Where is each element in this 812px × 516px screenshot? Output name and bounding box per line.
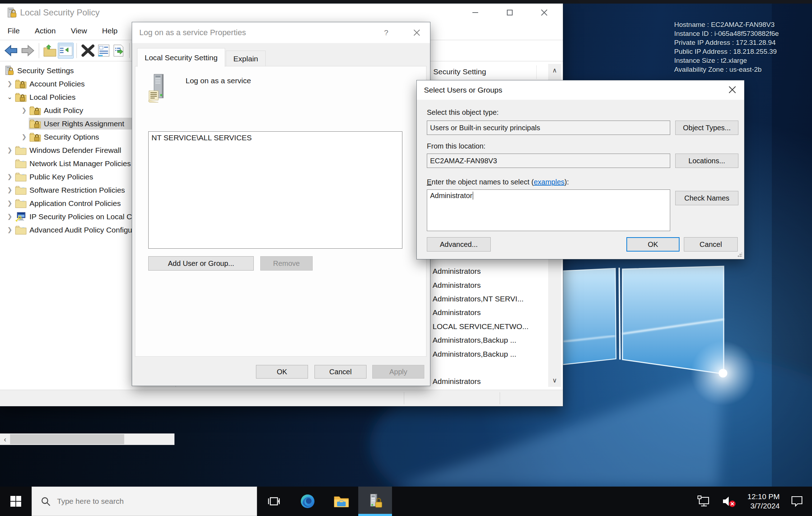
policy-server-icon: [148, 74, 170, 103]
ok-button[interactable]: OK: [256, 365, 308, 379]
label-text: ):: [565, 178, 569, 186]
statusbar-divider: [500, 392, 500, 404]
window-titlebar[interactable]: Local Security Policy: [0, 4, 563, 22]
public-ip-line: Public IP Address : 18.218.255.39: [674, 47, 779, 56]
advanced-button[interactable]: Advanced...: [427, 237, 491, 252]
list-item[interactable]: LOCAL SERVICE,NETWO...: [433, 320, 540, 333]
chevron-right-icon[interactable]: ❯: [5, 226, 14, 234]
task-view-button[interactable]: [257, 487, 291, 516]
cancel-button[interactable]: Cancel: [684, 237, 738, 252]
forward-button[interactable]: [20, 44, 35, 57]
chevron-right-icon[interactable]: ❯: [5, 173, 14, 180]
network-icon[interactable]: [697, 495, 711, 507]
server-lock-icon: [4, 65, 14, 76]
remove-button[interactable]: Remove: [260, 256, 313, 271]
tab-explain[interactable]: Explain: [226, 51, 266, 67]
list-item[interactable]: Administrators: [433, 375, 540, 388]
list-item[interactable]: Administrators,Backup ...: [433, 347, 540, 361]
delete-button[interactable]: [81, 44, 95, 57]
resize-grip[interactable]: [738, 253, 742, 257]
folder-icon: [15, 159, 27, 168]
chevron-right-icon[interactable]: ❯: [19, 133, 29, 141]
location-label: From this location:: [427, 142, 485, 150]
file-explorer-button[interactable]: [325, 487, 358, 516]
dialog-titlebar[interactable]: Select Users or Groups: [417, 80, 744, 100]
list-item[interactable]: [433, 361, 540, 375]
menu-file[interactable]: File: [0, 27, 27, 35]
close-button[interactable]: [532, 5, 556, 20]
ok-button[interactable]: OK: [626, 237, 680, 252]
desktop: Hostname : EC2AMAZ-FAN98V3 Instance ID :…: [0, 0, 812, 516]
clock-time: 12:10 PM: [747, 492, 780, 501]
scrollbar-thumb[interactable]: [10, 434, 124, 444]
menu-help[interactable]: Help: [94, 27, 125, 35]
action-center-icon[interactable]: [790, 495, 803, 507]
chevron-down-icon[interactable]: ⌄: [5, 93, 14, 101]
chevron-right-icon[interactable]: ❯: [5, 146, 14, 154]
close-button[interactable]: [724, 82, 741, 98]
object-type-field[interactable]: Users or Built-in security principals: [427, 121, 670, 135]
edge-browser-button[interactable]: [291, 487, 325, 516]
tree-item-label: Application Control Policies: [29, 199, 121, 208]
volume-muted-icon[interactable]: [722, 495, 737, 508]
list-item[interactable]: Administrators: [433, 278, 540, 292]
list-item[interactable]: Administrators,Backup ...: [433, 333, 540, 347]
policy-name: Log on as a service: [186, 76, 251, 85]
apply-button[interactable]: Apply: [372, 365, 424, 379]
tree-item-label: Local Policies: [29, 93, 75, 102]
maximize-button[interactable]: [498, 5, 522, 20]
chevron-right-icon[interactable]: ❯: [5, 80, 14, 88]
hostname-line: Hostname : EC2AMAZ-FAN98V3: [674, 20, 779, 29]
object-names-input[interactable]: Administrator: [427, 189, 670, 231]
examples-link[interactable]: examples: [534, 178, 565, 186]
close-icon: [413, 29, 421, 37]
search-input[interactable]: [56, 497, 216, 506]
menu-action[interactable]: Action: [27, 27, 63, 35]
object-types-button[interactable]: Object Types...: [675, 121, 738, 135]
taskbar-search[interactable]: [32, 487, 257, 516]
back-icon: [4, 44, 18, 57]
cancel-button[interactable]: Cancel: [314, 365, 367, 379]
add-user-or-group-button[interactable]: Add User or Group...: [148, 256, 254, 271]
member-item[interactable]: NT SERVICE\ALL SERVICES: [151, 133, 399, 142]
export-folder-icon: [43, 44, 57, 57]
members-listbox[interactable]: NT SERVICE\ALL SERVICES: [148, 131, 402, 249]
list-item[interactable]: Administrators,NT SERVI...: [433, 292, 540, 306]
check-names-button[interactable]: Check Names: [675, 191, 738, 205]
search-icon: [41, 496, 51, 506]
scroll-up-icon[interactable]: ∧: [548, 64, 561, 77]
dialog-titlebar[interactable]: Log on as a service Properties ?: [132, 22, 430, 43]
close-icon: [540, 8, 549, 17]
list-item[interactable]: Administrators: [433, 306, 540, 319]
taskbar-clock[interactable]: 12:10 PM 3/7/2024: [747, 492, 780, 511]
system-tray: 12:10 PM 3/7/2024: [692, 487, 812, 516]
export-button[interactable]: [43, 44, 57, 57]
console-tree-toggle[interactable]: [58, 43, 74, 58]
export-list-icon: [112, 44, 125, 57]
locations-button[interactable]: Locations...: [675, 154, 738, 168]
column-header-security-setting[interactable]: Security Setting: [433, 67, 486, 76]
secpol-taskbar-button[interactable]: [358, 487, 392, 516]
location-field[interactable]: EC2AMAZ-FAN98V3: [427, 154, 670, 168]
help-button[interactable]: ?: [378, 25, 395, 41]
object-type-label: Select this object type:: [427, 108, 499, 117]
menu-view[interactable]: View: [63, 27, 94, 35]
tree-item-label: Security Settings: [17, 66, 74, 75]
properties-button[interactable]: [97, 44, 110, 57]
start-button[interactable]: [0, 487, 32, 516]
column-divider[interactable]: [536, 65, 537, 79]
chevron-right-icon[interactable]: ❯: [19, 107, 29, 114]
scroll-down-icon[interactable]: ∨: [548, 374, 561, 387]
export-list-button[interactable]: [112, 44, 125, 57]
scroll-left-icon[interactable]: ‹: [0, 433, 10, 445]
close-button[interactable]: [409, 25, 425, 41]
list-item[interactable]: Administrators: [433, 264, 540, 278]
chevron-right-icon[interactable]: ❯: [5, 213, 14, 220]
tab-local-security-setting[interactable]: Local Security Setting: [137, 48, 225, 67]
back-button[interactable]: [4, 44, 18, 57]
chevron-right-icon[interactable]: ❯: [5, 200, 14, 207]
clock-date: 3/7/2024: [747, 501, 780, 511]
chevron-right-icon[interactable]: ❯: [5, 186, 14, 194]
tree-horizontal-scrollbar[interactable]: ‹: [0, 433, 174, 445]
minimize-button[interactable]: [463, 5, 487, 20]
